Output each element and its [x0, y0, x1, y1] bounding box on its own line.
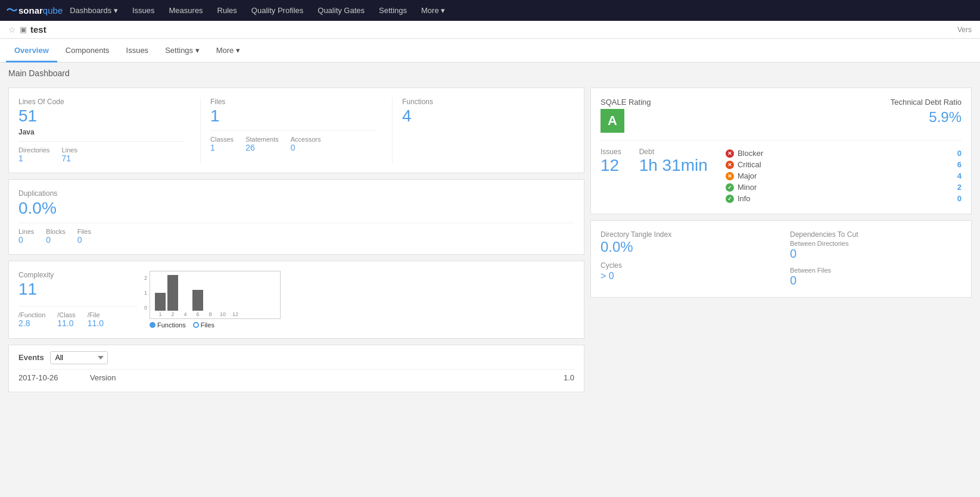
- bar-1: [155, 293, 166, 311]
- loc-lang: Java: [18, 128, 185, 136]
- loc-lines: Lines 71: [62, 146, 77, 163]
- legend-files-label: Files: [201, 321, 214, 329]
- major-name[interactable]: Major: [738, 171, 954, 180]
- info-name[interactable]: Info: [738, 194, 954, 203]
- severity-blocker: ✕ Blocker 0: [726, 148, 962, 159]
- metrics-row-top: Lines Of Code 51 Java Directories 1 Line…: [18, 98, 574, 163]
- tab-settings[interactable]: Settings ▾: [157, 39, 208, 62]
- nav-rules[interactable]: Rules: [210, 0, 244, 21]
- x-label-10: 10: [217, 311, 228, 317]
- y-label-2: 2: [144, 275, 147, 281]
- debt-value[interactable]: 1h 31min: [639, 156, 708, 175]
- info-icon: ✓: [726, 195, 734, 203]
- nav-dashboards[interactable]: Dashboards ▾: [63, 0, 125, 21]
- radio-files: [193, 322, 199, 328]
- cycles-block: Cycles > 0: [601, 261, 772, 282]
- tech-debt-value[interactable]: 5.9%: [891, 109, 962, 126]
- between-files-label: Between Files: [790, 267, 962, 274]
- x-label-2: 2: [167, 311, 178, 317]
- between-dirs-value[interactable]: 0: [790, 247, 962, 261]
- critical-count[interactable]: 6: [957, 160, 962, 169]
- tangle-title: Directory Tangle Index: [601, 230, 772, 239]
- nav-quality-profiles[interactable]: Quality Profiles: [244, 0, 310, 21]
- dup-files: Files 0: [77, 228, 91, 245]
- nav-more[interactable]: More ▾: [414, 0, 452, 21]
- complexity-per-file: /File 11.0: [88, 311, 104, 328]
- minor-count[interactable]: 2: [957, 183, 962, 192]
- between-files-value[interactable]: 0: [790, 274, 962, 287]
- critical-name[interactable]: Critical: [738, 160, 954, 169]
- between-dirs-label: Between Directories: [790, 240, 962, 247]
- dup-blocks: Blocks 0: [46, 228, 65, 245]
- event-type: Version: [90, 373, 291, 382]
- sqale-header-row: SQALE Rating A Technical Debt Ratio 5.9%: [601, 98, 962, 133]
- star-icon[interactable]: ☆: [8, 25, 16, 35]
- folder-icon: ▣: [20, 25, 27, 34]
- dup-lines: Lines 0: [18, 228, 34, 245]
- tab-components[interactable]: Components: [57, 39, 118, 62]
- debt-block: Debt 1h 31min: [639, 148, 708, 204]
- event-version-label: [303, 373, 503, 382]
- loc-label: Lines Of Code: [18, 98, 185, 106]
- sqale-rating-badge[interactable]: A: [601, 109, 624, 133]
- tab-more[interactable]: More ▾: [208, 39, 248, 62]
- between-files: Between Files 0: [790, 267, 962, 287]
- logo-wave: 〜: [6, 2, 18, 18]
- dup-sub-metrics: Lines 0 Blocks 0 Files 0: [18, 223, 574, 245]
- legend-functions[interactable]: Functions: [150, 321, 186, 329]
- left-panel: Lines Of Code 51 Java Directories 1 Line…: [8, 87, 584, 392]
- x-label-6: 6: [192, 311, 203, 317]
- loc-value[interactable]: 51: [18, 107, 185, 126]
- legend-functions-label: Functions: [157, 321, 186, 329]
- tab-overview[interactable]: Overview: [6, 39, 57, 62]
- loc-directories: Directories 1: [18, 146, 50, 163]
- functions-value[interactable]: 4: [402, 107, 568, 126]
- cycles-label: Cycles: [601, 261, 772, 270]
- files-sub-metrics: Classes 1 Statements 26 Accessors 0: [210, 130, 377, 152]
- severity-critical: ✕ Critical 6: [726, 159, 962, 170]
- nav-settings[interactable]: Settings: [372, 0, 414, 21]
- complexity-section: Complexity 11 /Function 2.8 /Class 11.0 …: [18, 271, 574, 329]
- logo-sonar: sonar: [18, 5, 43, 15]
- dup-value[interactable]: 0.0%: [18, 199, 574, 218]
- y-axis: 2 1 0: [144, 275, 147, 311]
- severity-info: ✓ Info 0: [726, 193, 962, 204]
- dup-label: Duplications: [18, 189, 574, 198]
- info-count[interactable]: 0: [957, 194, 962, 203]
- loc-block: Lines Of Code 51 Java Directories 1 Line…: [18, 98, 191, 163]
- complexity-value[interactable]: 11: [18, 280, 138, 299]
- events-section: Events All Version Quality Gate Alert 20…: [8, 345, 584, 392]
- issues-value[interactable]: 12: [601, 156, 621, 175]
- minor-icon: ✓: [726, 183, 734, 192]
- blocker-count[interactable]: 0: [957, 149, 962, 158]
- files-value[interactable]: 1: [210, 107, 377, 126]
- legend-files[interactable]: Files: [193, 321, 214, 329]
- tangle-value[interactable]: 0.0%: [601, 239, 772, 255]
- bar-4: [192, 290, 203, 311]
- sub-navigation: Overview Components Issues Settings ▾ Mo…: [0, 39, 980, 62]
- lines-files-functions-card: Lines Of Code 51 Java Directories 1 Line…: [8, 87, 584, 173]
- tangle-right: Dependencies To Cut Between Directories …: [790, 230, 962, 287]
- nav-quality-gates[interactable]: Quality Gates: [310, 0, 372, 21]
- major-count[interactable]: 4: [957, 171, 962, 180]
- functions-label: Functions: [402, 98, 568, 106]
- nav-issues[interactable]: Issues: [125, 0, 162, 21]
- x-label-12: 12: [230, 311, 241, 317]
- logo[interactable]: 〜 sonarqube: [6, 2, 63, 18]
- critical-icon: ✕: [726, 161, 734, 169]
- tech-debt-label: Technical Debt Ratio: [891, 98, 962, 107]
- minor-name[interactable]: Minor: [738, 183, 954, 192]
- cycles-value[interactable]: > 0: [601, 271, 772, 282]
- x-label-8: 8: [205, 311, 216, 317]
- nav-measures[interactable]: Measures: [162, 0, 210, 21]
- sqale-rating-block: SQALE Rating A: [601, 98, 651, 133]
- event-value: 1.0: [539, 373, 574, 382]
- top-navigation: 〜 sonarqube Dashboards ▾ Issues Measures…: [0, 0, 980, 21]
- events-filter-select[interactable]: All Version Quality Gate Alert: [50, 351, 108, 364]
- x-label-1: 1: [155, 311, 166, 317]
- sqale-rating-label: SQALE Rating: [601, 98, 651, 107]
- blocker-name[interactable]: Blocker: [738, 149, 954, 158]
- right-panel: SQALE Rating A Technical Debt Ratio 5.9%…: [590, 87, 972, 392]
- tab-issues[interactable]: Issues: [118, 39, 157, 62]
- files-classes: Classes 1: [210, 136, 234, 152]
